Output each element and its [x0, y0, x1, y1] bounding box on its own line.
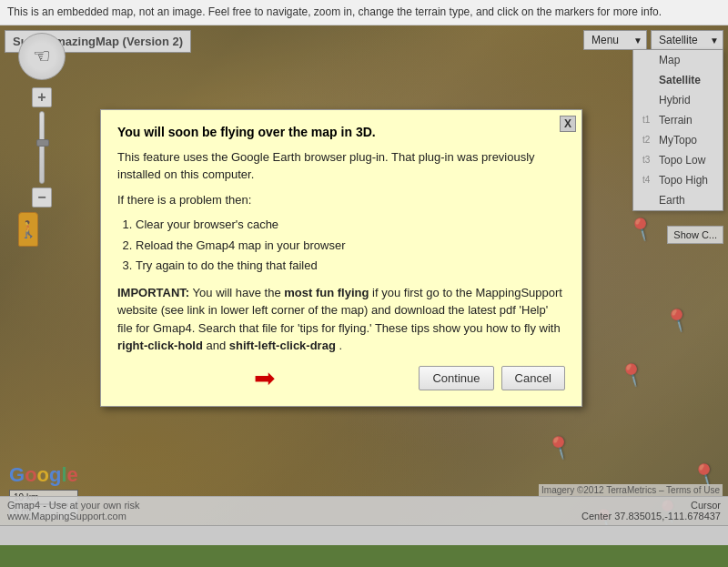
bold-right-click: right-click-hold — [117, 339, 203, 352]
dialog-box: X You will soon be flying over the map i… — [100, 109, 582, 407]
dialog-step-3: Try again to do the thing that failed — [136, 257, 565, 275]
map-container[interactable]: 📍 📍 📍 📍 📍 📍 📍 SuperAmazingMap (Version 2… — [0, 25, 728, 545]
important-prefix: IMPORTANT: — [117, 286, 189, 299]
top-bar-message: This is an embedded map, not an image. F… — [0, 0, 728, 25]
cancel-button[interactable]: Cancel — [501, 366, 565, 390]
dialog-close-button[interactable]: X — [560, 116, 576, 132]
dialog-para2: If there is a problem then: — [117, 191, 565, 209]
continue-button[interactable]: Continue — [419, 366, 493, 390]
dialog-action-row: ➡ Continue Cancel — [117, 366, 565, 391]
dialog-step-2: Reload the Gmap4 map in your browser — [136, 237, 565, 255]
dialog-body: This feature uses the Google Earth brows… — [117, 148, 565, 391]
dialog-overlay: X You will soon be flying over the map i… — [0, 25, 728, 545]
dialog-step-1: Clear your browser's cache — [136, 216, 565, 234]
dialog-title: You will soon be flying over the map in … — [117, 125, 565, 139]
red-arrow-icon: ➡ — [117, 366, 411, 391]
top-bar-text: This is an embedded map, not an image. F… — [7, 5, 662, 18]
bold-shift: shift-left-click-drag — [229, 339, 336, 352]
dialog-important: IMPORTANT: You will have the most fun fl… — [117, 284, 565, 355]
dialog-steps-list: Clear your browser's cache Reload the Gm… — [136, 216, 565, 275]
bold-phrase: most fun flying — [284, 286, 369, 299]
dialog-para1: This feature uses the Google Earth brows… — [117, 148, 565, 184]
